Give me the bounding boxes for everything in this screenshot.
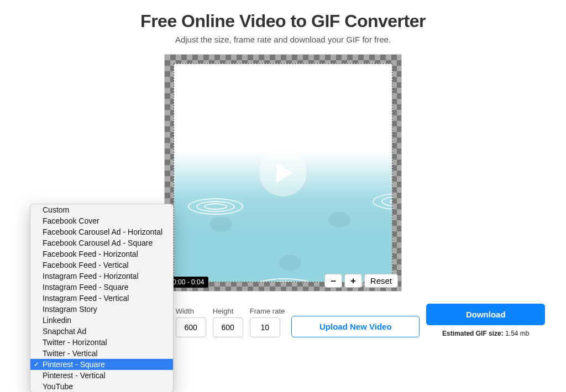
framerate-input[interactable] bbox=[250, 317, 280, 337]
preset-dropdown[interactable]: CustomFacebook CoverFacebook Carousel Ad… bbox=[30, 204, 174, 392]
page-title: Free Online Video to GIF Converter bbox=[0, 11, 566, 31]
preset-option[interactable]: Instagram Story bbox=[30, 304, 173, 315]
preset-option-label: Custom bbox=[43, 205, 69, 214]
height-label: Height bbox=[213, 307, 243, 315]
zoom-out-button[interactable]: – bbox=[324, 274, 342, 288]
preset-option[interactable]: Instagram Feed - Vertical bbox=[30, 293, 173, 304]
preset-option[interactable]: Facebook Carousel Ad - Square bbox=[30, 237, 173, 248]
preset-option[interactable]: ✓Pinterest - Square bbox=[30, 359, 173, 370]
preset-option-label: Twitter - Horizontal bbox=[43, 338, 107, 347]
page-subtitle: Adjust the size, frame rate and download… bbox=[0, 35, 566, 44]
framerate-label: Frame rate bbox=[250, 307, 285, 315]
crop-area[interactable] bbox=[174, 63, 392, 282]
preset-option[interactable]: Facebook Carousel Ad - Horizontal bbox=[30, 226, 173, 237]
preset-option[interactable]: Linkedin bbox=[30, 315, 173, 326]
preset-option[interactable]: YouTube bbox=[30, 381, 173, 392]
upload-new-video-button[interactable]: Upload New Video bbox=[291, 316, 420, 337]
preset-option[interactable]: Snapchat Ad bbox=[30, 326, 173, 337]
estimated-size: Estimated GIF size: 1.54 mb bbox=[426, 330, 545, 337]
play-button[interactable] bbox=[259, 149, 307, 197]
checkmark-icon: ✓ bbox=[34, 359, 39, 369]
preset-option[interactable]: Twitter - Horizontal bbox=[30, 337, 173, 348]
preset-option-label: Twitter - Vertical bbox=[43, 349, 98, 358]
preset-option-label: Pinterest - Square bbox=[43, 360, 105, 369]
download-button[interactable]: Download bbox=[426, 304, 545, 325]
height-input[interactable] bbox=[213, 317, 243, 337]
preset-option-label: Facebook Cover bbox=[43, 216, 99, 225]
preset-option[interactable]: Custom bbox=[30, 204, 173, 215]
preset-option-label: Facebook Carousel Ad - Horizontal bbox=[43, 227, 163, 236]
preset-option[interactable]: Facebook Cover bbox=[30, 215, 173, 226]
preset-option[interactable]: Facebook Feed - Horizontal bbox=[30, 248, 173, 259]
preset-option-label: Facebook Carousel Ad - Square bbox=[43, 239, 153, 247]
preset-option-label: Facebook Feed - Horizontal bbox=[43, 250, 138, 258]
preset-option[interactable]: Twitter - Vertical bbox=[30, 348, 173, 359]
preset-option-label: Snapchat Ad bbox=[43, 327, 86, 336]
preset-option-label: Linkedin bbox=[43, 316, 71, 325]
preset-option-label: Instagram Feed - Horizontal bbox=[43, 272, 139, 280]
width-label: Width bbox=[176, 307, 206, 315]
preset-option-label: Instagram Story bbox=[43, 305, 97, 314]
estimated-size-label: Estimated GIF size: bbox=[442, 330, 504, 337]
preset-option[interactable]: Pinterest - Vertical bbox=[30, 370, 173, 381]
zoom-in-button[interactable]: + bbox=[344, 274, 362, 288]
preset-option[interactable]: Instagram Feed - Horizontal bbox=[30, 271, 173, 282]
estimated-size-value: 1.54 mb bbox=[505, 330, 529, 337]
preset-option-label: Facebook Feed - Vertical bbox=[43, 261, 129, 269]
width-input[interactable] bbox=[176, 317, 206, 337]
time-range: 0:00 - 0:04 bbox=[168, 277, 208, 288]
preset-option-label: YouTube bbox=[43, 382, 73, 391]
preview-canvas[interactable]: 0:00 - 0:04 – + Reset bbox=[164, 54, 402, 292]
preset-option-label: Instagram Feed - Square bbox=[43, 283, 129, 292]
preset-option-label: Pinterest - Vertical bbox=[43, 371, 106, 380]
preset-option[interactable]: Instagram Feed - Square bbox=[30, 282, 173, 293]
preset-option-label: Instagram Feed - Vertical bbox=[43, 294, 129, 303]
zoom-reset-button[interactable]: Reset bbox=[364, 274, 398, 288]
preset-option[interactable]: Facebook Feed - Vertical bbox=[30, 259, 173, 271]
